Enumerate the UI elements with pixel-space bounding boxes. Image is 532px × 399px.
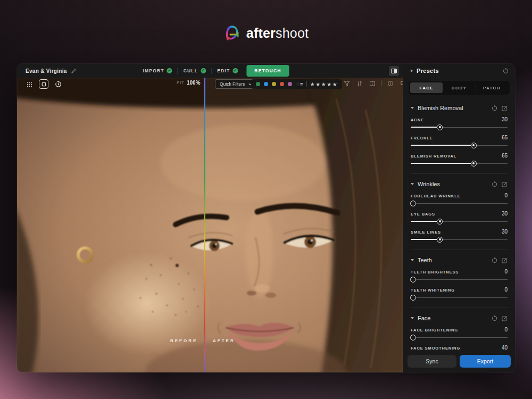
slider-track[interactable] — [411, 160, 508, 167]
photo-viewer[interactable]: BEFORE AFTER — [17, 78, 403, 372]
edit-section-icon[interactable] — [502, 257, 508, 263]
slider-label: TEETH BRIGHTNESS — [411, 270, 459, 275]
slider-control: FOREHEAD WRINKLE 0 — [411, 193, 508, 206]
app-window: Evan & Virginia IMPORT ✓ CULL ✓ EDIT ✓ R… — [17, 64, 515, 372]
equals-icon[interactable]: = — [300, 81, 303, 87]
slider-track[interactable] — [411, 294, 508, 301]
star-icon[interactable]: ★ — [310, 81, 315, 87]
slider-value: 30 — [502, 229, 508, 235]
after-label: AFTER — [213, 338, 235, 343]
slider-label: FACE BRIGHTENING — [411, 328, 458, 332]
slider-thumb[interactable] — [437, 237, 443, 243]
slider-track[interactable] — [411, 218, 508, 225]
section-title: Wrinkles — [418, 181, 488, 187]
export-button[interactable]: Export — [460, 355, 511, 368]
before-after-divider[interactable] — [204, 78, 205, 372]
reset-section-icon[interactable] — [492, 105, 497, 111]
color-dot[interactable] — [256, 82, 260, 86]
reset-section-icon[interactable] — [492, 315, 497, 321]
edit-section-icon[interactable] — [502, 105, 508, 111]
slider-label: FOREHEAD WRINKLE — [411, 194, 461, 198]
slider-value: 0 — [504, 287, 508, 293]
section-header[interactable]: Face — [411, 312, 508, 325]
slider-thumb[interactable] — [437, 219, 443, 225]
slider-label: FACE SMOOTHENING — [411, 346, 460, 351]
slider-thumb[interactable] — [410, 335, 416, 340]
step-edit[interactable]: EDIT ✓ — [217, 68, 238, 73]
adjustment-section: Teeth TEETH BRIGHTNESS 0 TEETH WHITENING… — [411, 250, 508, 308]
panel-footer: Sync Export — [403, 351, 515, 372]
section-title: Teeth — [418, 257, 488, 263]
reset-section-icon[interactable] — [492, 181, 497, 187]
sync-button[interactable]: Sync — [408, 355, 456, 368]
color-dot[interactable] — [288, 82, 292, 86]
reset-section-icon[interactable] — [492, 257, 497, 263]
workflow-steps: IMPORT ✓ CULL ✓ EDIT ✓ RETOUCH — [143, 64, 289, 78]
slider-fill — [411, 221, 440, 222]
edit-check-icon: ✓ — [232, 68, 238, 73]
sort-icon[interactable] — [355, 79, 363, 87]
toolbar-divider — [381, 80, 381, 86]
slider-control: ACNE 30 — [411, 117, 508, 130]
compare-columns-icon[interactable] — [368, 79, 376, 87]
titlebar: Evan & Virginia IMPORT ✓ CULL ✓ EDIT ✓ R… — [17, 64, 403, 78]
collapse-arrow-icon[interactable] — [411, 107, 414, 109]
collapse-arrow-icon[interactable] — [411, 183, 414, 185]
edit-section-icon[interactable] — [502, 181, 508, 187]
info-icon[interactable] — [386, 79, 394, 87]
color-dot[interactable] — [264, 82, 268, 86]
slider-track[interactable] — [411, 334, 508, 340]
retouch-button[interactable]: RETOUCH — [246, 65, 289, 77]
slider-label: TEETH WHITENING — [411, 288, 455, 293]
slider-value: 30 — [502, 211, 508, 217]
history-icon[interactable] — [53, 79, 63, 89]
edit-section-icon[interactable] — [502, 315, 508, 321]
star-icon[interactable]: ★ — [321, 81, 327, 87]
collapse-arrow-icon[interactable] — [411, 259, 414, 261]
slider-thumb[interactable] — [410, 277, 416, 282]
slider-track[interactable] — [411, 124, 508, 130]
slider-thumb[interactable] — [437, 124, 443, 130]
viewer-actions — [343, 79, 403, 87]
reset-presets-icon[interactable] — [503, 68, 509, 74]
collapse-arrow-icon[interactable] — [411, 69, 413, 72]
color-dot[interactable] — [272, 82, 276, 86]
slider-track[interactable] — [411, 200, 508, 206]
tab-body[interactable]: BODY — [443, 82, 475, 93]
slider-thumb[interactable] — [410, 295, 416, 301]
slider-control: TEETH WHITENING 0 — [411, 287, 508, 301]
section-header[interactable]: Wrinkles — [411, 178, 508, 190]
collapse-arrow-icon[interactable] — [411, 317, 414, 319]
star-icon[interactable]: ★ — [332, 81, 338, 87]
star-divider — [306, 81, 307, 87]
filter-funnel-icon[interactable] — [343, 79, 351, 87]
section-header[interactable]: Blemish Removal — [411, 102, 508, 114]
slider-track[interactable] — [411, 276, 508, 282]
single-view-icon[interactable] — [39, 79, 48, 89]
slider-thumb[interactable] — [471, 161, 477, 167]
zoom-control[interactable]: FIT 100% — [177, 80, 201, 86]
grid-view-icon[interactable] — [24, 79, 34, 89]
slider-track[interactable] — [411, 142, 508, 148]
slider-label: ACNE — [411, 118, 424, 122]
slider-thumb[interactable] — [410, 201, 416, 206]
panel-toggle-icon — [391, 69, 397, 73]
step-edit-label: EDIT — [217, 68, 230, 73]
star-icon[interactable]: ★ — [315, 81, 321, 87]
step-import[interactable]: IMPORT ✓ — [143, 68, 172, 73]
edit-pencil-icon[interactable] — [71, 68, 77, 74]
slider-thumb[interactable] — [471, 143, 477, 148]
search-icon[interactable] — [399, 79, 403, 87]
tab-face[interactable]: FACE — [410, 82, 443, 93]
panel-toggle-button[interactable] — [389, 66, 399, 76]
slider-value: 0 — [504, 269, 508, 275]
slider-track[interactable] — [411, 236, 508, 243]
color-dot[interactable] — [280, 82, 284, 86]
step-import-label: IMPORT — [143, 68, 164, 73]
star-icon[interactable]: ★ — [327, 81, 332, 87]
section-header[interactable]: Teeth — [411, 254, 508, 267]
brand-wordmark: aftershoot — [246, 26, 309, 41]
tab-patch[interactable]: PATCH — [476, 82, 508, 93]
slider-fill — [411, 239, 440, 240]
step-cull[interactable]: CULL ✓ — [184, 68, 206, 73]
